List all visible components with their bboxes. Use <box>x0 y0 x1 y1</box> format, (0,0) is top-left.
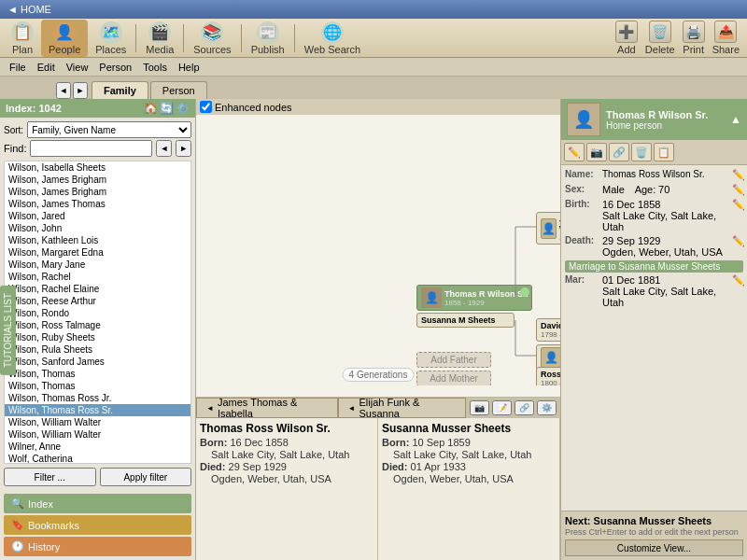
print-button[interactable]: 🖨️ Print <box>683 21 705 55</box>
field-sex-edit[interactable]: ✏️ <box>732 184 743 196</box>
share-button[interactable]: 📤 Share <box>712 21 740 55</box>
name-list-item[interactable]: Wolf, Catherina <box>5 453 190 464</box>
menu-edit[interactable]: Edit <box>32 60 61 75</box>
birth-place: Salt Lake City, Salt Lake, Utah <box>602 210 732 232</box>
history-tab[interactable]: 🕐 History <box>4 537 191 556</box>
menu-places[interactable]: 🗺️ Places <box>88 20 134 57</box>
sort-select[interactable]: Family, Given Name Given Name, Family <box>27 121 191 138</box>
generations-label[interactable]: 4 Generations <box>343 368 415 382</box>
right-tool-link[interactable]: 🔗 <box>609 143 629 161</box>
death-date: 29 Sep 1929 <box>602 235 732 246</box>
sort-label: Sort: <box>4 125 23 135</box>
name-list-item[interactable]: Wilson, Rondo <box>5 307 190 319</box>
name-list-item[interactable]: Wilson, Ruby Sheets <box>5 331 190 343</box>
right-tool-delete[interactable]: 🗑️ <box>631 143 652 161</box>
name-list-item[interactable]: Wilson, Rachel Elaine <box>5 283 190 295</box>
detail-btn-3[interactable]: 🔗 <box>514 400 534 415</box>
menu-websearch[interactable]: 🌐 Web Search <box>297 20 368 57</box>
enhanced-nodes-checkbox[interactable] <box>200 101 212 113</box>
right-panel-expand-icon[interactable]: ▲ <box>730 113 741 126</box>
enhanced-nodes-check[interactable]: Enhanced nodes <box>200 101 292 113</box>
leaf-icon <box>520 287 529 297</box>
right-tool-edit[interactable]: ✏️ <box>564 143 585 161</box>
person-dates: 1800 - 1847 <box>541 379 560 385</box>
menu-publish[interactable]: 📰 Publish <box>244 20 292 57</box>
sidebar-refresh-icon[interactable]: 🔄 <box>160 102 174 115</box>
index-tab[interactable]: 🔍 Index <box>4 494 191 513</box>
tab-nav-fwd[interactable]: ► <box>73 82 88 99</box>
person-card-1: Thomas Ross Wilson Sr. Born: 16 Dec 1858… <box>196 418 378 560</box>
bookmarks-tab[interactable]: 🔖 Bookmarks <box>4 515 191 535</box>
menu-person[interactable]: Person <box>93 60 137 75</box>
detail-btn-2[interactable]: 📝 <box>492 400 512 415</box>
couple-tab-elijah-susanna[interactable]: ◄ Elijah Funk & Susanna <box>338 398 466 418</box>
name-list-item[interactable]: Wilson, Thomas Ross Jr. <box>5 392 190 404</box>
menu-file[interactable]: File <box>4 60 32 75</box>
field-death-edit[interactable]: ✏️ <box>732 235 743 247</box>
name-list-item[interactable]: Wilson, Mary Jane <box>5 259 190 271</box>
add-father-box[interactable]: Add Father <box>416 352 491 368</box>
name-list-item[interactable]: Wilson, Isabella Sheets <box>5 161 190 174</box>
tab-person[interactable]: Person <box>150 81 207 99</box>
name-list[interactable]: Wilson, Isabella SheetsWilson, James Bri… <box>4 161 191 464</box>
menu-help[interactable]: Help <box>173 60 205 75</box>
add-button[interactable]: ➕ Add <box>615 21 638 55</box>
menu-icon-bar: 📋 Plan 👤 People 🗺️ Places 🎬 Media 📚 Sour… <box>0 19 747 58</box>
detail-btn-1[interactable]: 📷 <box>470 400 489 415</box>
index-tab-label: Index <box>28 498 53 510</box>
name-list-item[interactable]: Wilson, Jared <box>5 210 190 222</box>
tutorials-tab[interactable]: TUTORIALS LIST <box>0 286 16 375</box>
name-list-item[interactable]: Wilson, Ross Talmage <box>5 319 190 331</box>
field-mar-edit[interactable]: ✏️ <box>732 274 743 287</box>
name-list-item[interactable]: Wilson, Thomas <box>5 368 190 380</box>
right-tool-copy[interactable]: 📋 <box>654 143 674 161</box>
right-tool-photo[interactable]: 📷 <box>586 143 607 161</box>
birth-date: 16 Dec 1858 <box>602 199 732 210</box>
name-list-item[interactable]: Wilson, James Brigham <box>5 174 190 186</box>
menu-media[interactable]: 🎬 Media <box>138 20 181 57</box>
tree-node-james-thomas-wilson[interactable]: 👤 James Thomas Wilson 1828 - 1905 <box>536 212 560 245</box>
customize-view-btn[interactable]: Customize View... <box>565 539 743 556</box>
name-list-item[interactable]: Wilson, John <box>5 222 190 234</box>
tree-node-rossana-prunta[interactable]: Rossana Prunta 1800 - 1847 <box>536 367 560 385</box>
tree-node-susanna-sheets[interactable]: Susanna M Sheets <box>416 313 514 328</box>
filter-btn[interactable]: Filter ... <box>4 468 96 486</box>
name-list-item[interactable]: Wilner, Anne <box>5 441 190 453</box>
couple-tab-james-isabella[interactable]: ◄ James Thomas & Isabella <box>196 398 338 418</box>
find-next-btn[interactable]: ► <box>176 140 191 157</box>
name-list-item[interactable]: Wilson, Sanford James <box>5 356 190 368</box>
field-birth-edit[interactable]: ✏️ <box>732 199 743 211</box>
person-card-name-1: Thomas Ross Wilson Sr. <box>200 422 374 435</box>
menu-tools[interactable]: Tools <box>137 60 173 75</box>
detail-btn-4[interactable]: ⚙️ <box>537 400 557 415</box>
apply-filter-btn[interactable]: Apply filter <box>100 468 192 486</box>
name-list-item[interactable]: Wilson, James Brigham <box>5 186 190 198</box>
tree-node-thomas-r-wilson-sr[interactable]: 👤 Thomas R Wilson Sr. 1858 - 1929 <box>416 285 532 311</box>
tab-nav-back[interactable]: ◄ <box>56 82 71 99</box>
find-input[interactable] <box>30 140 152 157</box>
name-list-item[interactable]: Wilson, Margaret Edna <box>5 246 190 259</box>
sidebar-header: Index: 1042 🏠 🔄 ⚙️ <box>0 99 195 118</box>
find-prev-btn[interactable]: ◄ <box>156 140 172 157</box>
delete-button[interactable]: 🗑️ Delete <box>645 21 675 55</box>
name-list-item[interactable]: Wilson, Rachel <box>5 271 190 283</box>
tab-family[interactable]: Family <box>92 81 148 99</box>
sidebar-home-icon[interactable]: 🏠 <box>144 102 158 115</box>
name-list-item[interactable]: Wilson, Thomas <box>5 380 190 392</box>
menu-view[interactable]: View <box>61 60 94 75</box>
name-list-item[interactable]: Wilson, Reese Arthur <box>5 295 190 307</box>
tree-node-david-john-ross[interactable]: David John Ross 1798 - 1873 <box>536 318 560 342</box>
name-list-item[interactable]: Wilson, William Walter <box>5 416 190 428</box>
menu-plan[interactable]: 📋 Plan <box>4 20 41 57</box>
menu-sources[interactable]: 📚 Sources <box>186 20 238 57</box>
name-list-item[interactable]: Wilson, Thomas Ross Sr. <box>5 404 190 416</box>
name-list-item[interactable]: Wilson, James Thomas <box>5 198 190 210</box>
home-icon[interactable]: ◄ HOME <box>7 4 51 15</box>
sidebar-options-icon[interactable]: ⚙️ <box>176 102 190 115</box>
name-list-item[interactable]: Wilson, William Walter <box>5 428 190 441</box>
name-list-item[interactable]: Wilson, Rula Sheets <box>5 343 190 356</box>
name-list-item[interactable]: Wilson, Kathleen Lois <box>5 234 190 246</box>
field-name-edit[interactable]: ✏️ <box>732 169 743 181</box>
add-mother-box[interactable]: Add Mother <box>416 371 491 385</box>
menu-people[interactable]: 👤 People <box>41 20 88 57</box>
